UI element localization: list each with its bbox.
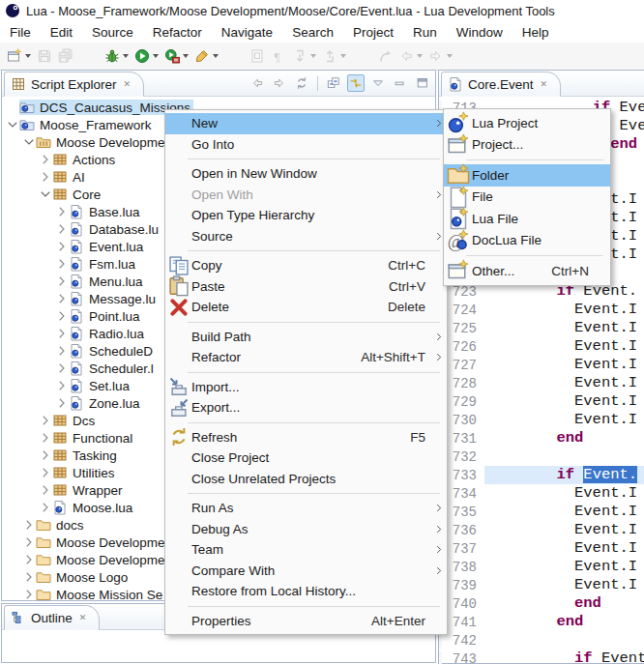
dropdown-caret-icon[interactable] — [183, 54, 189, 58]
chevron-right-icon[interactable] — [22, 570, 36, 584]
close-icon[interactable]: ✕ — [124, 79, 132, 89]
dropdown-caret-icon[interactable] — [310, 54, 316, 58]
debug-button[interactable] — [102, 46, 132, 66]
context-menu-item-debug-as[interactable]: Debug As — [165, 519, 447, 540]
tab-script-explorer[interactable]: Script Explorer ✕ — [4, 72, 144, 97]
context-menu-item-open-in-new-window[interactable]: Open in New Window — [165, 163, 447, 185]
context-menu-item-restore-from-local-history[interactable]: Restore from Local History... — [165, 581, 447, 602]
chevron-right-icon[interactable] — [55, 205, 69, 218]
chevron-right-icon[interactable] — [39, 501, 52, 514]
context-menu-item-refresh[interactable]: RefreshF5 — [165, 427, 447, 448]
code-line-727[interactable]: 727 Event.I — [439, 356, 644, 374]
code-text[interactable]: if Event. — [484, 466, 644, 484]
chevron-right-icon[interactable] — [39, 448, 52, 462]
chevron-down-icon[interactable] — [22, 135, 36, 149]
context-menu-item-paste[interactable]: PasteCtrl+V — [165, 276, 447, 298]
code-line-730[interactable]: 730 Event.I — [439, 411, 644, 429]
collapse-all-button[interactable] — [325, 74, 342, 92]
menubar-item-project[interactable]: Project — [343, 23, 403, 42]
code-text[interactable]: end — [484, 429, 644, 447]
code-line-725[interactable]: 725 Event.I — [439, 319, 644, 337]
code-line-735[interactable]: 735 Event.I — [439, 503, 644, 521]
chevron-right-icon[interactable] — [39, 483, 52, 497]
code-text[interactable]: end — [484, 594, 644, 613]
dropdown-caret-icon[interactable] — [417, 54, 423, 58]
chevron-right-icon[interactable] — [39, 153, 52, 166]
context-menu-item-refactor[interactable]: RefactorAlt+Shift+T — [165, 347, 447, 368]
context-menu-item-import[interactable]: Import... — [165, 377, 447, 398]
chevron-right-icon[interactable] — [39, 466, 52, 479]
chevron-right-icon[interactable] — [55, 344, 69, 358]
context-menu-item-delete[interactable]: DeleteDelete — [165, 297, 447, 318]
code-text[interactable]: Event.I — [484, 539, 644, 558]
refresh-view-button[interactable] — [293, 74, 310, 92]
context-menu-item-compare-with[interactable]: Compare With — [165, 561, 447, 582]
next-annotation-button[interactable] — [289, 46, 319, 66]
code-text[interactable]: Event.I — [484, 356, 644, 374]
context-menu-item-copy[interactable]: CopyCtrl+C — [165, 255, 447, 276]
chevron-right-icon[interactable] — [55, 309, 69, 323]
highlighter-button[interactable] — [191, 46, 221, 66]
forward-button[interactable] — [425, 46, 455, 66]
chevron-right-icon[interactable] — [55, 222, 69, 236]
code-line-732[interactable]: 732 — [439, 447, 644, 466]
context-menu-item-source[interactable]: Source — [165, 226, 447, 247]
code-text[interactable]: Event.I — [484, 319, 644, 337]
new-submenu-item-file[interactable]: File — [444, 187, 610, 209]
menubar-item-file[interactable]: File — [0, 23, 41, 42]
code-line-740[interactable]: 740 end — [439, 594, 644, 613]
show-whitespace-button[interactable]: ¶ — [268, 46, 289, 66]
code-line-738[interactable]: 738 Event.I — [439, 558, 644, 576]
code-text[interactable]: Event.I — [484, 521, 644, 539]
code-text[interactable]: Event.I — [484, 558, 644, 576]
code-text[interactable]: Event.I — [484, 301, 644, 319]
view-menu-button[interactable] — [369, 74, 387, 92]
code-line-729[interactable]: 729 Event.I — [439, 392, 644, 411]
code-line-736[interactable]: 736 Event.I — [439, 521, 644, 539]
chevron-right-icon[interactable] — [55, 361, 69, 375]
menubar-item-window[interactable]: Window — [447, 23, 512, 42]
chevron-right-icon[interactable] — [39, 431, 52, 445]
code-line-734[interactable]: 734 Event.I — [439, 484, 644, 503]
dropdown-caret-icon[interactable] — [153, 54, 159, 58]
tab-outline[interactable]: Outline ✕ — [4, 605, 100, 630]
chevron-right-icon[interactable] — [22, 553, 36, 566]
code-text[interactable]: Event.I — [484, 374, 644, 392]
menubar-item-edit[interactable]: Edit — [41, 23, 82, 42]
new-submenu-item-project[interactable]: Project... — [444, 134, 610, 157]
code-text[interactable]: Event.I — [484, 576, 644, 594]
context-menu-item-build-path[interactable]: Build Path — [165, 327, 447, 348]
new-wizard-button[interactable] — [4, 46, 34, 66]
context-menu-item-close-project[interactable]: Close Project — [165, 447, 447, 469]
chevron-down-icon[interactable] — [6, 118, 19, 131]
context-menu-item-team[interactable]: Team — [165, 539, 447, 561]
code-line-743[interactable]: 743 if Event.ta — [439, 650, 644, 664]
chevron-right-icon[interactable] — [22, 588, 36, 601]
context-menu-item-export[interactable]: Export... — [165, 397, 447, 419]
last-edit-location-button[interactable] — [374, 46, 395, 66]
new-submenu-item-other[interactable]: Other...Ctrl+N — [444, 260, 610, 282]
code-text[interactable]: Event.I — [484, 392, 644, 411]
save-button[interactable] — [34, 46, 55, 66]
maximize-button[interactable] — [414, 74, 431, 92]
close-icon[interactable]: ✕ — [541, 79, 548, 89]
dropdown-caret-icon[interactable] — [25, 54, 31, 58]
dropdown-caret-icon[interactable] — [213, 54, 219, 58]
close-icon[interactable]: ✕ — [79, 613, 87, 622]
code-line-726[interactable]: 726 Event.I — [439, 337, 644, 356]
code-text[interactable]: if Event.ta — [484, 650, 644, 664]
previous-annotation-button[interactable] — [319, 46, 349, 66]
code-line-737[interactable]: 737 Event.I — [439, 539, 644, 558]
dropdown-caret-icon[interactable] — [447, 54, 453, 58]
chevron-right-icon[interactable] — [55, 240, 69, 253]
context-menu-item-close-unrelated-projects[interactable]: Close Unrelated Projects — [165, 469, 447, 490]
save-all-button[interactable] — [55, 46, 76, 66]
code-text[interactable]: Event.I — [484, 411, 644, 429]
context-menu-item-run-as[interactable]: Run As — [165, 498, 447, 519]
code-text[interactable]: end — [484, 613, 644, 631]
code-line-742[interactable]: 742 — [439, 631, 644, 650]
new-submenu-item-doclua-file[interactable]: @DocLua File — [444, 230, 610, 252]
code-line-724[interactable]: 724 Event.I — [439, 301, 644, 319]
forward-button[interactable] — [271, 74, 288, 92]
menubar-item-run[interactable]: Run — [403, 23, 447, 42]
